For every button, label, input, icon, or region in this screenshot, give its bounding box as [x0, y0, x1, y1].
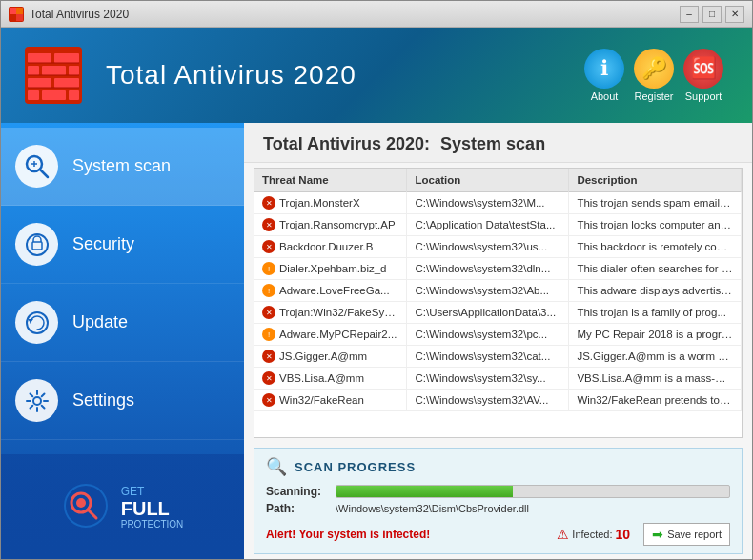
table-row[interactable]: ✕ Trojan.MonsterX C:\Windows\system32\M.… — [254, 192, 742, 214]
description-cell: This dialer often searches for s... — [569, 258, 742, 280]
title-bar-buttons: – □ ✕ — [680, 6, 744, 23]
description-cell: This adware displays advertise... — [569, 280, 742, 302]
threat-table: Threat Name Location Description ✕ Troja… — [254, 169, 742, 411]
table-row[interactable]: ✕ Backdoor.Duuzer.B C:\Windows\system32\… — [254, 236, 742, 258]
sidebar-item-security[interactable]: Security — [1, 206, 244, 284]
scan-magnifier-icon: 🔍 — [266, 456, 287, 477]
protection-badge[interactable]: GET FULL PROTECTION — [121, 485, 184, 530]
main-content: System scan Security — [1, 123, 752, 559]
description-cell: This trojan is a family of prog... — [569, 302, 742, 324]
threat-name-cell: ✕ Trojan:Win32/FakeSys... — [254, 302, 407, 324]
register-button[interactable]: 🔑 Register — [634, 49, 674, 102]
infected-count: 10 — [616, 527, 631, 542]
system-scan-icon — [15, 145, 58, 188]
sidebar-item-update[interactable]: Update — [1, 284, 244, 362]
full-text: FULL — [121, 498, 184, 519]
settings-icon — [15, 379, 58, 422]
svg-rect-14 — [69, 90, 79, 100]
panel-title: Total Antivirus 2020: System scan — [263, 134, 733, 154]
panel-header: Total Antivirus 2020: System scan — [244, 123, 752, 163]
scanning-label: Scanning: — [266, 485, 328, 498]
alert-text: Alert! Your system is infected! — [266, 528, 430, 541]
location-cell: C:\Windows\system32\pc... — [407, 324, 569, 346]
minimize-button[interactable]: – — [680, 6, 699, 23]
svg-rect-7 — [28, 66, 39, 75]
svg-rect-0 — [10, 8, 16, 14]
svg-marker-25 — [28, 319, 33, 323]
location-cell: C:\Windows\system32\sy... — [407, 368, 569, 390]
svg-rect-13 — [42, 90, 66, 100]
col-location: Location — [407, 169, 569, 192]
table-row[interactable]: ✕ VBS.Lisa.A@mm C:\Windows\system32\sy..… — [254, 368, 742, 390]
right-panel: Total Antivirus 2020: System scan Threat… — [244, 123, 752, 559]
threat-name-cell: ✕ Backdoor.Duuzer.B — [254, 236, 407, 258]
location-cell: C:\Windows\system32\Ab... — [407, 280, 569, 302]
svg-rect-5 — [28, 53, 51, 63]
description-cell: JS.Gigger.A@mm is a worm wr... — [569, 346, 742, 368]
scan-progress-title-text: Scan Progress — [295, 460, 416, 474]
location-cell: C:\Windows\system32\us... — [407, 236, 569, 258]
table-row[interactable]: ✕ Trojan:Win32/FakeSys... C:\Users\Appli… — [254, 302, 742, 324]
sidebar-item-settings[interactable]: Settings — [1, 362, 244, 440]
app-icon — [9, 7, 24, 22]
description-cell: This trojan locks computer and ... — [569, 214, 742, 236]
description-cell: This trojan sends spam email m... — [569, 192, 742, 214]
svg-point-29 — [76, 498, 86, 508]
progress-bar — [336, 485, 730, 498]
svg-point-26 — [33, 397, 41, 405]
table-row[interactable]: ! Dialer.Xpehbam.biz_d C:\Windows\system… — [254, 258, 742, 280]
svg-rect-10 — [28, 78, 51, 88]
path-row: Path: \Windows\system32\Dism\CbsProvider… — [266, 502, 730, 515]
col-description: Description — [569, 169, 742, 192]
sidebar-bottom: GET FULL PROTECTION — [1, 454, 244, 559]
location-cell: C:\Windows\system32\M... — [407, 192, 569, 214]
threat-name-cell: ✕ JS.Gigger.A@mm — [254, 346, 407, 368]
about-button[interactable]: ℹ About — [584, 49, 624, 102]
protection-icon — [62, 482, 110, 532]
svg-rect-2 — [10, 14, 16, 21]
get-text: GET — [121, 485, 184, 498]
scan-fields: Scanning: Path: \Windows\system32\Dism\C… — [266, 485, 730, 515]
app-title: Total Antivirus 2020 — [106, 60, 584, 90]
col-threat-name: Threat Name — [254, 169, 407, 192]
location-cell: C:\Windows\system32\dln... — [407, 258, 569, 280]
svg-rect-6 — [54, 53, 79, 63]
support-icon: 🆘 — [683, 49, 723, 89]
svg-rect-9 — [69, 66, 79, 75]
update-label: Update — [72, 312, 128, 332]
svg-rect-8 — [42, 66, 66, 75]
svg-point-22 — [27, 234, 48, 255]
threat-name-cell: ! Dialer.Xpehbam.biz_d — [254, 258, 407, 280]
svg-rect-1 — [16, 8, 23, 14]
table-row[interactable]: ✕ Trojan.Ransomcrypt.AP C:\Application D… — [254, 214, 742, 236]
app-header: Total Antivirus 2020 ℹ About 🔑 Register … — [1, 28, 752, 123]
path-value: \Windows\system32\Dism\CbsProvider.dll — [336, 503, 529, 514]
sidebar-item-system-scan[interactable]: System scan — [1, 128, 244, 206]
sidebar: System scan Security — [1, 123, 244, 559]
threat-name-cell: ! Adware.MyPCRepair2... — [254, 324, 407, 346]
table-row[interactable]: ✕ JS.Gigger.A@mm C:\Windows\system32\cat… — [254, 346, 742, 368]
location-cell: C:\Users\ApplicationData\3... — [407, 302, 569, 324]
threat-name-cell: ✕ Trojan.MonsterX — [254, 192, 407, 214]
save-report-button[interactable]: ➡ Save report — [643, 523, 730, 546]
close-button[interactable]: ✕ — [725, 6, 744, 23]
description-cell: VBS.Lisa.A@mm is a mass-mai... — [569, 368, 742, 390]
infected-section: ⚠ Infected: 10 ➡ Save report — [557, 523, 730, 546]
description-cell: My PC Repair 2018 is a progra... — [569, 324, 742, 346]
save-arrow-icon: ➡ — [652, 527, 663, 542]
table-header-row: Threat Name Location Description — [254, 169, 742, 192]
svg-rect-12 — [28, 90, 39, 100]
security-label: Security — [72, 234, 134, 254]
register-icon: 🔑 — [634, 49, 674, 89]
infected-label: ⚠ Infected: 10 — [557, 527, 630, 542]
table-row[interactable]: ✕ Win32/FakeRean C:\Windows\system32\AV.… — [254, 390, 742, 411]
table-row[interactable]: ! Adware.MyPCRepair2... C:\Windows\syste… — [254, 324, 742, 346]
app-window: Total Antivirus 2020 – □ ✕ — [0, 0, 753, 560]
description-cell: This backdoor is remotely contr... — [569, 236, 742, 258]
path-label: Path: — [266, 502, 328, 515]
maximize-button[interactable]: □ — [702, 6, 722, 23]
svg-rect-3 — [16, 14, 23, 21]
threat-name-cell: ✕ VBS.Lisa.A@mm — [254, 368, 407, 390]
support-button[interactable]: 🆘 Support — [683, 49, 723, 102]
table-row[interactable]: ! Adware.LoveFreeGa... C:\Windows\system… — [254, 280, 742, 302]
